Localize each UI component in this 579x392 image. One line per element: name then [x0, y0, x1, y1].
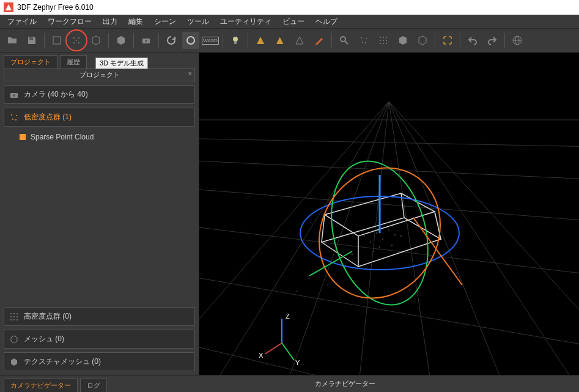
- svg-point-72: [373, 251, 374, 252]
- svg-point-41: [13, 319, 15, 320]
- tooltip-3d-model-gen: 3D モデル生成: [95, 57, 148, 69]
- svg-point-4: [73, 42, 75, 43]
- svg-point-10: [233, 37, 238, 42]
- svg-point-68: [358, 248, 359, 249]
- wasd-icon[interactable]: WASD: [202, 32, 219, 49]
- svg-line-44: [199, 138, 579, 147]
- textured-mesh-icon: [9, 357, 19, 367]
- cameras-label: カメラ (40 から 40): [24, 89, 88, 100]
- svg-point-15: [362, 42, 363, 43]
- svg-line-48: [199, 273, 579, 352]
- tri-icon-2[interactable]: [271, 32, 289, 49]
- svg-point-33: [15, 119, 17, 120]
- separator: [158, 33, 159, 48]
- cameras-item[interactable]: カメラ (40 から 40): [4, 85, 195, 104]
- panel-header: プロジェクト ×: [4, 68, 195, 81]
- sparse-cloud-item[interactable]: 低密度点群 (1): [4, 108, 195, 127]
- svg-line-56: [389, 102, 578, 375]
- svg-point-17: [380, 37, 381, 38]
- menu-utility[interactable]: ユーティリティ: [215, 15, 276, 28]
- 3d-viewport[interactable]: Z X Y: [199, 53, 579, 375]
- mesh-gen-icon[interactable]: [87, 32, 105, 49]
- svg-point-31: [16, 115, 17, 116]
- svg-point-29: [13, 94, 15, 97]
- generate-3d-model-icon[interactable]: [68, 32, 85, 49]
- tab-log[interactable]: ログ: [80, 379, 107, 392]
- toolbar: WASD: [0, 28, 579, 53]
- menu-edit[interactable]: 編集: [124, 15, 148, 28]
- separator: [44, 33, 45, 48]
- svg-rect-0: [29, 37, 33, 40]
- window-title: 3DF Zephyr Free 6.010: [17, 3, 94, 12]
- light-icon[interactable]: [227, 32, 244, 49]
- fullscreen-icon[interactable]: [439, 32, 456, 49]
- svg-rect-11: [234, 42, 237, 44]
- points-icon[interactable]: [355, 32, 372, 49]
- camera-icon[interactable]: [138, 32, 155, 49]
- svg-point-21: [383, 40, 384, 41]
- new-project-icon[interactable]: [48, 32, 65, 49]
- bottom-panel-title: カメラナビゲーター: [111, 379, 579, 388]
- tab-history[interactable]: 履歴: [60, 55, 87, 68]
- camera-icon: [9, 90, 19, 100]
- svg-point-42: [17, 319, 18, 320]
- sidebar: プロジェクト 履歴 プロジェクト × カメラ (40 から 40) 低密度点群 …: [0, 53, 199, 375]
- svg-point-39: [17, 316, 18, 317]
- bottom-bar: カメラナビゲーター ログ カメラナビゲーター: [0, 375, 579, 392]
- separator: [133, 33, 134, 48]
- globe-icon[interactable]: [509, 32, 526, 49]
- sparse-child-item[interactable]: Sparse Point Cloud: [4, 130, 195, 144]
- svg-point-34: [10, 313, 12, 314]
- menu-tools[interactable]: ツール: [182, 15, 214, 28]
- svg-point-3: [78, 37, 79, 39]
- solid-cube-icon[interactable]: [394, 32, 411, 49]
- redo-icon[interactable]: [484, 32, 501, 49]
- menu-view[interactable]: ビュー: [278, 15, 309, 28]
- mesh-item[interactable]: メッシュ (0): [4, 330, 195, 349]
- close-icon[interactable]: ×: [188, 70, 192, 77]
- inspect-icon[interactable]: [336, 32, 353, 49]
- svg-point-12: [341, 37, 345, 42]
- tri-icon-3[interactable]: [291, 32, 308, 49]
- menu-file[interactable]: ファイル: [2, 15, 42, 28]
- textured-mesh-label: テクスチャメッシュ (0): [24, 357, 101, 367]
- menu-scene[interactable]: シーン: [149, 15, 181, 28]
- dense-cloud-item[interactable]: 高密度点群 (0): [4, 307, 195, 326]
- svg-line-47: [199, 224, 579, 279]
- menu-export[interactable]: 出力: [98, 15, 122, 28]
- svg-point-74: [309, 278, 309, 279]
- brush-icon[interactable]: [311, 32, 328, 49]
- svg-point-24: [383, 43, 384, 44]
- separator: [331, 33, 332, 48]
- svg-line-45: [199, 160, 579, 181]
- svg-point-32: [12, 119, 13, 120]
- tri-icon-1[interactable]: [252, 32, 269, 49]
- svg-point-23: [380, 43, 381, 44]
- wire-cube-icon[interactable]: [414, 32, 431, 49]
- svg-rect-1: [53, 37, 61, 44]
- refresh-icon[interactable]: [163, 32, 180, 49]
- svg-point-14: [366, 38, 367, 39]
- svg-point-65: [370, 242, 371, 243]
- titlebar: 3DF Zephyr Free 6.010: [0, 0, 579, 15]
- svg-point-36: [17, 313, 18, 314]
- svg-point-9: [187, 37, 194, 44]
- separator: [504, 33, 505, 48]
- textured-mesh-item[interactable]: テクスチャメッシュ (0): [4, 352, 195, 371]
- cube-icon[interactable]: [112, 32, 130, 49]
- svg-point-6: [76, 40, 77, 41]
- svg-point-66: [382, 239, 383, 240]
- svg-line-57: [389, 102, 579, 375]
- orbit-icon[interactable]: [182, 32, 199, 49]
- tab-camera-navigator[interactable]: カメラナビゲーター: [4, 379, 78, 392]
- save-icon[interactable]: [23, 32, 40, 49]
- undo-icon[interactable]: [464, 32, 481, 49]
- svg-point-13: [361, 37, 362, 39]
- dense-icon[interactable]: [375, 32, 392, 49]
- menu-help[interactable]: ヘルプ: [311, 15, 342, 28]
- open-icon[interactable]: [4, 32, 21, 49]
- menu-workflow[interactable]: ワークフロー: [43, 15, 97, 28]
- tab-project[interactable]: プロジェクト: [4, 55, 57, 68]
- separator: [248, 33, 248, 48]
- bottom-tabs: カメラナビゲーター ログ: [0, 376, 111, 392]
